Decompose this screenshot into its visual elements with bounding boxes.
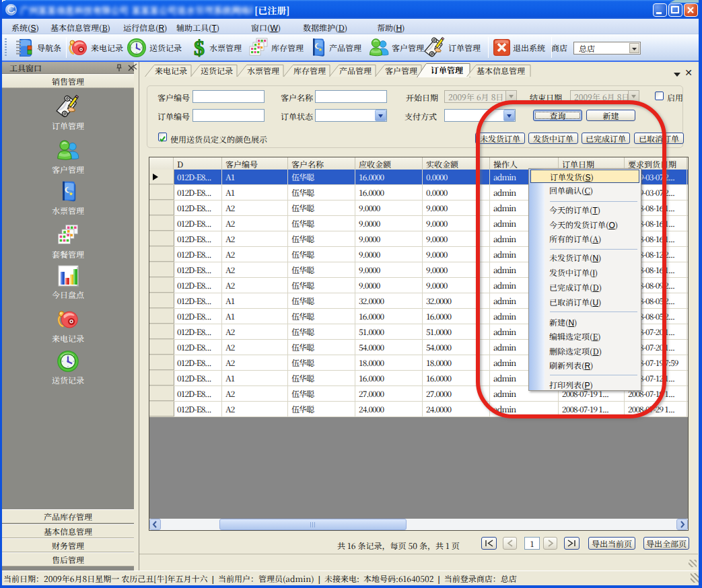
svg-text:$: $ [194, 37, 205, 59]
